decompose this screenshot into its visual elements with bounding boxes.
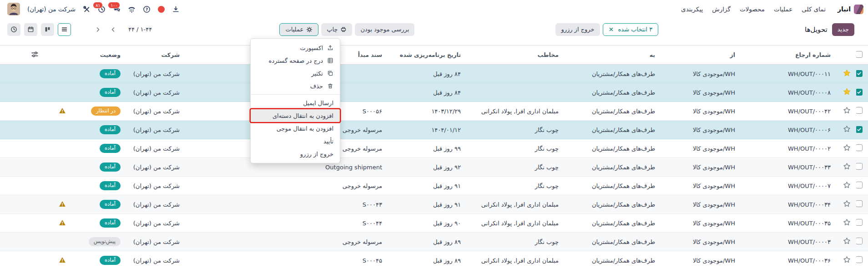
to-cell[interactable]: طرف‌های همکار/مشتریان xyxy=(564,158,661,177)
menu-item-g2-0[interactable]: ارسال ایمیل xyxy=(251,96,340,109)
star-outline-icon[interactable] xyxy=(843,237,851,245)
ref-cell[interactable]: WH/OUT/۰۰۰۴۲ xyxy=(741,102,836,121)
to-cell[interactable]: طرف‌های همکار/مشتریان xyxy=(564,121,661,139)
to-cell[interactable]: طرف‌های همکار/مشتریان xyxy=(564,102,661,121)
messages-icon[interactable]: ۱۰۰ xyxy=(113,5,121,13)
check-availability-button[interactable]: بررسی موجود بودن xyxy=(355,23,414,36)
filler-cell[interactable] xyxy=(0,121,44,139)
contact-cell[interactable]: مبلمان اداری افرا, پولاد انکرانی xyxy=(466,102,564,121)
filler-cell[interactable] xyxy=(0,158,44,177)
company-cell[interactable]: شرکت من (تهران) xyxy=(126,102,185,121)
row-star-cell[interactable] xyxy=(836,158,856,177)
table-row[interactable]: WH/OUT/۰۰۰۰۲WH/موجودی کالاطرف‌های همکار/… xyxy=(0,139,868,158)
from-cell[interactable]: WH/موجودی کالا xyxy=(661,102,741,121)
menu-item-g2-2[interactable]: افزودن به انتقال موجی xyxy=(251,122,340,135)
menu-item-overview[interactable]: نمای کلی xyxy=(797,4,830,15)
to-cell[interactable]: طرف‌های همکار/مشتریان xyxy=(564,195,661,214)
source-cell[interactable]: S۰۰۰۴۳ xyxy=(299,195,388,214)
menu-item-g1-2[interactable]: تکثیر xyxy=(251,67,340,80)
pager-value[interactable]: ۴۴ / ۱-۴۴ xyxy=(128,26,152,33)
row-checkbox-cell[interactable] xyxy=(856,214,868,233)
row-checkbox-cell[interactable] xyxy=(856,251,868,269)
activity-warning-cell[interactable] xyxy=(44,214,71,233)
row-star-cell[interactable] xyxy=(836,251,856,269)
star-outline-icon[interactable] xyxy=(843,256,851,264)
row-checkbox[interactable] xyxy=(856,182,863,188)
column-header-ref[interactable]: شماره ارجاع xyxy=(741,46,836,65)
company-cell[interactable]: شرکت من (تهران) xyxy=(126,83,185,102)
row-checkbox-cell[interactable] xyxy=(856,83,868,102)
filler-cell[interactable] xyxy=(0,83,44,102)
filler-cell[interactable] xyxy=(0,102,44,121)
filler-cell[interactable] xyxy=(0,65,44,83)
to-cell[interactable]: طرف‌های همکار/مشتریان xyxy=(564,139,661,158)
column-header-contact[interactable]: مخاطب xyxy=(466,46,564,65)
column-header-select-all[interactable] xyxy=(856,46,868,65)
contact-cell[interactable]: چوب نگار xyxy=(466,233,564,251)
table-row[interactable]: WH/OUT/۰۰۰۰۶WH/موجودی کالاطرف‌های همکار/… xyxy=(0,121,868,139)
company-cell[interactable]: شرکت من (تهران) xyxy=(126,177,185,195)
source-cell[interactable]: S۰۰۰۴۴ xyxy=(299,214,388,233)
menu-item-g2-1[interactable]: افزودن به انتقال دسته‌ای xyxy=(251,109,340,122)
contact-cell[interactable] xyxy=(466,65,564,83)
activity-warning-cell[interactable] xyxy=(44,158,71,177)
user-avatar[interactable] xyxy=(7,3,20,15)
from-cell[interactable]: WH/موجودی کالا xyxy=(661,83,741,102)
row-checkbox-cell[interactable] xyxy=(856,139,868,158)
row-checkbox[interactable] xyxy=(856,256,863,263)
row-star-cell[interactable] xyxy=(836,65,856,83)
menu-item-g1-0[interactable]: اکسپورت xyxy=(251,41,340,54)
menu-item-products[interactable]: محصولات xyxy=(735,4,769,15)
table-row[interactable]: WH/OUT/۰۰۰۰۷WH/موجودی کالاطرف‌های همکار/… xyxy=(0,177,868,195)
star-filled-icon[interactable] xyxy=(843,88,851,96)
row-checkbox[interactable] xyxy=(856,126,863,133)
menu-item-g1-1[interactable]: درج در صفحه گسترده xyxy=(251,54,340,67)
view-switch-list[interactable] xyxy=(58,23,71,36)
menu-item-operations[interactable]: عملیات xyxy=(769,4,797,15)
company-cell[interactable]: شرکت من (تهران) xyxy=(126,121,185,139)
scheduled-cell[interactable]: ۸۴ روز قبل xyxy=(388,65,466,83)
activity-warning-cell[interactable] xyxy=(44,177,71,195)
row-checkbox[interactable] xyxy=(856,200,863,207)
batch-cell[interactable] xyxy=(185,214,299,233)
unreserve-button[interactable]: خروج از رزرو xyxy=(555,23,600,36)
row-star-cell[interactable] xyxy=(836,233,856,251)
scheduled-cell[interactable]: ۱۴۰۳/۱۲/۲۹ xyxy=(388,102,466,121)
ref-cell[interactable]: WH/OUT/۰۰۰۰۷ xyxy=(741,177,836,195)
row-checkbox-cell[interactable] xyxy=(856,121,868,139)
status-cell[interactable]: آماده xyxy=(71,158,126,177)
row-star-cell[interactable] xyxy=(836,139,856,158)
scheduled-cell[interactable]: ۹۹ روز قبل xyxy=(388,139,466,158)
row-checkbox[interactable] xyxy=(856,238,863,244)
contact-cell[interactable]: چوب نگار xyxy=(466,158,564,177)
to-cell[interactable]: طرف‌های همکار/مشتریان xyxy=(564,251,661,269)
record-indicator[interactable] xyxy=(158,6,165,13)
pager-next-button[interactable] xyxy=(107,24,119,36)
menu-item-g2-4[interactable]: خروج از رزرو xyxy=(251,147,340,160)
table-row[interactable]: WH/OUT/۰۰۰۱۱WH/موجودی کالاطرف‌های همکار/… xyxy=(0,65,868,83)
from-cell[interactable]: WH/موجودی کالا xyxy=(661,195,741,214)
filler-cell[interactable] xyxy=(0,214,44,233)
from-cell[interactable]: WH/موجودی کالا xyxy=(661,177,741,195)
contact-cell[interactable]: مبلمان اداری افرا, پولاد انکرانی xyxy=(466,195,564,214)
status-cell[interactable]: پیش‌نویس xyxy=(71,233,126,251)
ref-cell[interactable]: WH/OUT/۰۰۰۰۲ xyxy=(741,139,836,158)
new-button[interactable]: جدید xyxy=(832,23,854,36)
scheduled-cell[interactable]: ۹۰ روز قبل xyxy=(388,214,466,233)
scheduled-cell[interactable]: ۸۴ روز قبل xyxy=(388,83,466,102)
row-star-cell[interactable] xyxy=(836,102,856,121)
from-cell[interactable]: WH/موجودی کالا xyxy=(661,158,741,177)
company-cell[interactable]: شرکت من (تهران) xyxy=(126,158,185,177)
table-row[interactable]: WH/OUT/۰۰۰۳۴WH/موجودی کالاطرف‌های همکار/… xyxy=(0,195,868,214)
ref-cell[interactable]: WH/OUT/۰۰۰۰۸ xyxy=(741,83,836,102)
column-header-scheduled[interactable]: تاریخ برنامه‌ریزی شده xyxy=(388,46,466,65)
scheduled-cell[interactable]: ۹۲ روز قبل xyxy=(388,158,466,177)
contact-cell[interactable]: چوب نگار xyxy=(466,177,564,195)
to-cell[interactable]: طرف‌های همکار/مشتریان xyxy=(564,65,661,83)
contact-cell[interactable]: مبلمان اداری افرا, پولاد انکرانی xyxy=(466,214,564,233)
star-filled-icon[interactable] xyxy=(843,69,851,77)
to-cell[interactable]: طرف‌های همکار/مشتریان xyxy=(564,214,661,233)
batch-cell[interactable] xyxy=(185,251,299,269)
close-icon[interactable] xyxy=(609,27,614,32)
row-star-cell[interactable] xyxy=(836,195,856,214)
